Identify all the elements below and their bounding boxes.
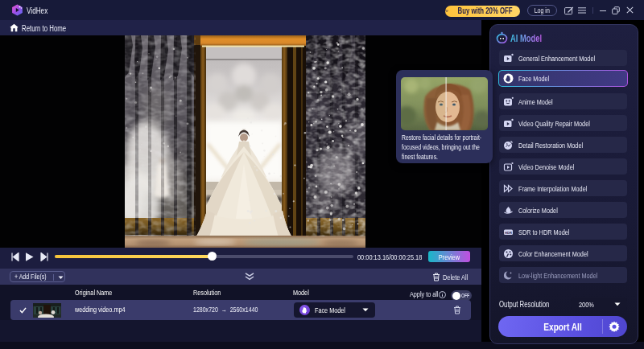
- svg-text:HDR: HDR: [505, 230, 512, 234]
